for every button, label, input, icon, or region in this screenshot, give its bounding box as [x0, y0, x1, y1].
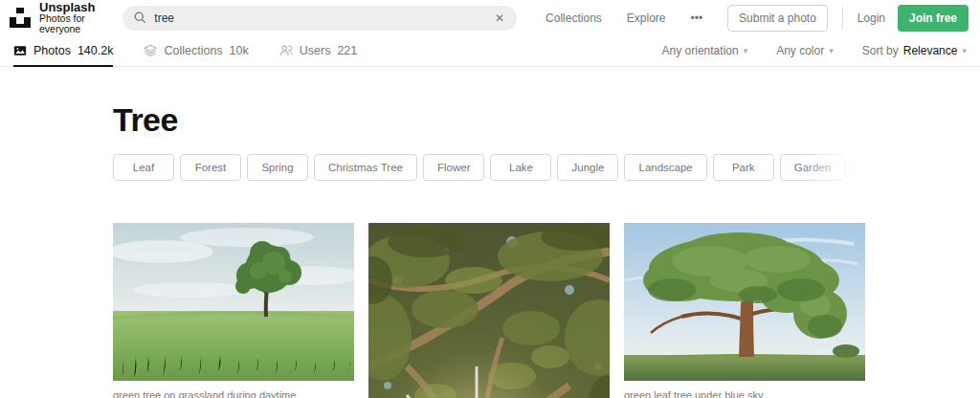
brand-name: Unsplash	[39, 1, 110, 14]
chevron-down-icon: ▾	[962, 46, 967, 55]
chip-jungle[interactable]: Jungle	[557, 154, 618, 181]
orientation-label: Any orientation	[662, 44, 739, 57]
collections-icon	[144, 44, 157, 57]
chip-leaf[interactable]: Leaf	[113, 154, 174, 181]
main-content: Tree Leaf Forest Spring Christmas Tree F…	[113, 101, 866, 398]
tab-label: Photos	[33, 44, 71, 57]
tab-collections[interactable]: Collections 10k	[144, 35, 248, 66]
tab-count: 140.2k	[78, 44, 114, 57]
search-bar[interactable]: ✕	[122, 6, 517, 31]
chevron-down-icon: ▾	[829, 46, 834, 55]
users-icon	[279, 44, 293, 57]
brand-tagline: Photos for everyone	[39, 13, 110, 34]
header-nav: Collections Explore •••	[546, 11, 702, 25]
search-icon	[134, 11, 146, 24]
clear-search-icon[interactable]: ✕	[492, 11, 507, 25]
chevron-down-icon: ▾	[744, 46, 748, 55]
results-tab-bar: Photos 140.2k Collections 10k Users 221 …	[0, 35, 980, 67]
photo-grid: green tree on grassland during daytime	[113, 223, 866, 398]
photo-green-tree-grassland[interactable]	[113, 223, 354, 381]
tab-photos[interactable]: Photos 140.2k	[13, 35, 113, 66]
photo-icon	[13, 44, 27, 57]
chip-landscape[interactable]: Landscape	[624, 154, 706, 181]
chip-garden[interactable]: Garden	[780, 154, 845, 181]
chip-park[interactable]: Park	[713, 154, 774, 181]
submit-photo-button[interactable]: Submit a photo	[727, 5, 828, 32]
tab-count: 221	[337, 44, 357, 57]
brand-block[interactable]: Unsplash Photos for everyone	[39, 1, 110, 35]
search-input[interactable]	[154, 11, 492, 25]
photo-caption: green leaf tree under blue sky	[624, 389, 865, 398]
photo-column: green leaf tree under blue sky	[624, 223, 865, 398]
tab-label: Users	[300, 44, 331, 57]
chip-spring[interactable]: Spring	[247, 154, 308, 181]
nav-explore[interactable]: Explore	[627, 11, 666, 25]
orientation-dropdown[interactable]: Any orientation ▾	[662, 44, 748, 57]
chip-flower[interactable]: Flower	[423, 154, 485, 181]
unsplash-logo-icon[interactable]	[10, 8, 31, 29]
chip-wood[interactable]: Wood	[851, 154, 866, 181]
color-dropdown[interactable]: Any color ▾	[776, 44, 834, 57]
sort-dropdown[interactable]: Sort by Relevance ▾	[862, 44, 967, 57]
tab-label: Collections	[164, 44, 222, 57]
related-searches: Leaf Forest Spring Christmas Tree Flower…	[113, 154, 866, 181]
login-link[interactable]: Login	[858, 11, 885, 25]
chip-forest[interactable]: Forest	[180, 154, 241, 181]
sort-prefix: Sort by	[862, 44, 899, 57]
page-title: Tree	[113, 101, 866, 139]
photo-column	[368, 223, 610, 398]
sort-value: Relevance	[903, 44, 958, 57]
tab-users[interactable]: Users 221	[279, 35, 358, 66]
color-label: Any color	[776, 44, 824, 57]
chip-christmas-tree[interactable]: Christmas Tree	[314, 154, 417, 181]
nav-collections[interactable]: Collections	[546, 11, 602, 25]
filter-bar: Any orientation ▾ Any color ▾ Sort by Re…	[662, 35, 967, 66]
header: Unsplash Photos for everyone ✕ Collectio…	[0, 0, 980, 35]
photo-column: green tree on grassland during daytime	[113, 223, 354, 398]
join-free-button[interactable]: Join free	[898, 5, 969, 32]
header-divider	[842, 7, 843, 30]
chip-lake[interactable]: Lake	[490, 154, 551, 181]
more-menu-icon[interactable]: •••	[691, 11, 703, 25]
photo-caption: green tree on grassland during daytime	[113, 389, 354, 398]
tab-count: 10k	[230, 44, 249, 57]
photo-sunburst-canopy[interactable]	[368, 223, 610, 398]
photo-tree-blue-sky[interactable]	[624, 223, 865, 381]
